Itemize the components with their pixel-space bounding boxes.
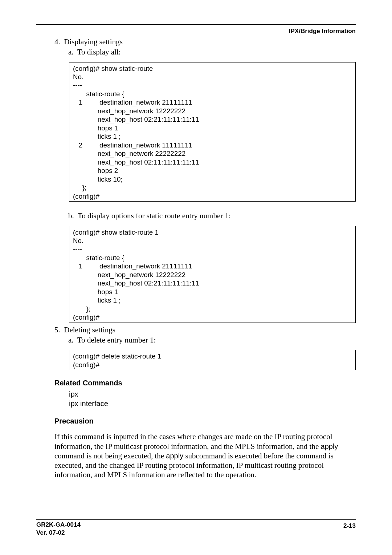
footer-doc-id: GR2K-GA-0014	[36, 521, 81, 528]
precausion-paragraph: If this command is inputted in the cases…	[54, 432, 356, 479]
related-line-1: ipx	[69, 389, 356, 399]
footer-page-number: 2-13	[343, 522, 356, 530]
code-text-5a: (config)# delete static-route 1 (config)…	[73, 352, 352, 369]
code-text-4a: (config)# show static-route No. ---- sta…	[73, 64, 352, 201]
code-block-5a: (config)# delete static-route 1 (config)…	[69, 350, 356, 370]
list-item-4: 4. Displaying settings	[54, 37, 356, 46]
precausion-text-mid: command is not being executed, the	[54, 451, 166, 460]
list-sub-4a: a. To display all:	[68, 47, 356, 57]
precausion-text-1: If this command is inputted in the cases…	[54, 432, 332, 450]
sub-label-5a: a.	[68, 336, 74, 344]
footer-version: Ver. 07-02	[36, 529, 65, 536]
related-line-2: ipx interface	[69, 399, 356, 408]
sub-text-4a: To display all:	[77, 48, 121, 56]
code-block-4a: (config)# show static-route No. ---- sta…	[69, 62, 356, 202]
related-heading: Related Commands	[54, 379, 356, 387]
footer-rule	[36, 519, 356, 520]
list-sub-5a: a. To delete entry number 1:	[68, 335, 356, 345]
apply-keyword-2: apply	[166, 452, 183, 460]
code-text-4b: (config)# show static-route 1 No. ---- s…	[73, 228, 352, 322]
list-title-5: Deleting settings	[64, 325, 115, 334]
header-rule	[36, 24, 356, 25]
running-header: IPX/Bridge Information	[289, 28, 356, 35]
apply-keyword-1: apply	[321, 442, 338, 450]
list-title-4: Displaying settings	[64, 37, 123, 46]
code-block-4b: (config)# show static-route 1 No. ---- s…	[69, 226, 356, 323]
footer-left: GR2K-GA-0014 Ver. 07-02	[36, 521, 81, 537]
sub-label-4a: a.	[68, 48, 74, 56]
sub-text-5a: To delete entry number 1:	[77, 336, 156, 344]
document-page: IPX/Bridge Information 4. Displaying set…	[0, 0, 392, 555]
list-sub-4b: b. To display options for static route e…	[68, 211, 356, 220]
list-item-5: 5. Deleting settings	[54, 325, 356, 335]
precausion-heading: Precausion	[54, 417, 356, 425]
list-num-4: 4.	[54, 37, 60, 46]
sub-label-4b: b.	[68, 211, 74, 220]
sub-text-4b: To display options for static route entr…	[78, 211, 231, 220]
list-num-5: 5.	[54, 325, 60, 334]
